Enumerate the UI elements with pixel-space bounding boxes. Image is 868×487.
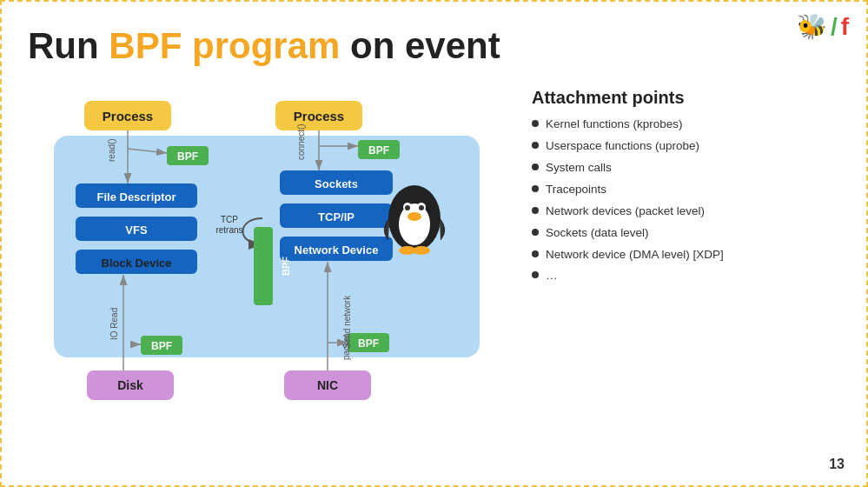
attachment-list: Kernel functions (kprobes) Userspace fun… — [532, 117, 840, 284]
page-number: 13 — [829, 457, 845, 472]
bullet-dot — [532, 142, 539, 149]
svg-text:TCP/IP: TCP/IP — [318, 210, 354, 223]
svg-text:Process: Process — [103, 109, 153, 123]
bullet-dot — [532, 250, 539, 257]
svg-text:retrans: retrans — [215, 225, 242, 235]
svg-text:BPF: BPF — [151, 340, 172, 352]
diagram-svg: Process Process File Descriptor VFS Bloc… — [28, 83, 514, 414]
list-item-text: … — [546, 268, 558, 284]
list-item-text: System calls — [546, 160, 612, 177]
bullet-dot — [532, 120, 539, 127]
svg-text:BPF: BPF — [281, 257, 291, 276]
attachment-points: Attachment points Kernel functions (kpro… — [532, 83, 840, 290]
f-logo: f — [841, 13, 849, 41]
list-item-text: Network device (DMA level) [XDP] — [546, 247, 724, 264]
svg-text:File Descriptor: File Descriptor — [96, 190, 176, 203]
list-item: … — [532, 268, 840, 284]
svg-point-52 — [407, 212, 421, 221]
list-item: Sockets (data level) — [532, 225, 840, 242]
svg-text:Process: Process — [294, 109, 344, 123]
svg-point-50 — [405, 205, 410, 210]
svg-text:BPF: BPF — [358, 337, 379, 350]
svg-text:BPF: BPF — [368, 144, 389, 157]
bullet-dot — [532, 271, 539, 278]
bullet-dot — [532, 163, 539, 170]
slide-title: Run BPF program on event — [28, 26, 840, 66]
svg-text:BPF: BPF — [177, 150, 198, 163]
logo-area: 🐝 / f — [797, 12, 849, 41]
title-suffix: on event — [340, 25, 500, 66]
svg-rect-29 — [254, 227, 273, 305]
list-item-text: Tracepoints — [546, 182, 606, 198]
attachment-title: Attachment points — [532, 88, 840, 108]
svg-point-47 — [399, 203, 430, 245]
title-prefix: Run — [28, 25, 109, 66]
svg-text:Block Device: Block Device — [102, 257, 172, 270]
svg-text:NIC: NIC — [317, 378, 338, 392]
list-item: Userspace functions (uprobe) — [532, 138, 840, 155]
svg-text:TCP: TCP — [221, 215, 238, 224]
svg-text:Sockets: Sockets — [315, 177, 358, 190]
svg-text:IO Read: IO Read — [109, 308, 119, 340]
content-area: Process Process File Descriptor VFS Bloc… — [28, 83, 840, 414]
svg-point-54 — [413, 246, 430, 255]
diagram: Process Process File Descriptor VFS Bloc… — [28, 83, 514, 414]
title-highlight: BPF program — [109, 25, 340, 66]
list-item: Network device (DMA level) [XDP] — [532, 247, 840, 264]
slash-icon: / — [831, 13, 838, 41]
svg-text:connect(): connect() — [296, 124, 306, 161]
list-item: Network devices (packet level) — [532, 203, 840, 220]
list-item: System calls — [532, 160, 840, 177]
svg-text:read(): read() — [107, 139, 116, 163]
list-item: Tracepoints — [532, 182, 840, 198]
bullet-dot — [532, 207, 539, 214]
slide: 🐝 / f Run BPF program on event Process P… — [0, 0, 868, 487]
svg-text:VFS: VFS — [125, 223, 148, 237]
svg-point-51 — [419, 205, 424, 210]
list-item-text: Kernel functions (kprobes) — [546, 117, 683, 133]
list-item-text: Userspace functions (uprobe) — [546, 138, 699, 155]
bullet-dot — [532, 185, 539, 192]
list-item: Kernel functions (kprobes) — [532, 117, 840, 133]
bullet-dot — [532, 229, 539, 236]
bee-icon: 🐝 — [797, 12, 827, 41]
svg-text:Network Device: Network Device — [295, 244, 379, 257]
list-item-text: Network devices (packet level) — [546, 203, 705, 220]
svg-text:Disk: Disk — [117, 378, 143, 392]
list-item-text: Sockets (data level) — [546, 225, 649, 242]
svg-text:packet: packet — [341, 335, 351, 361]
